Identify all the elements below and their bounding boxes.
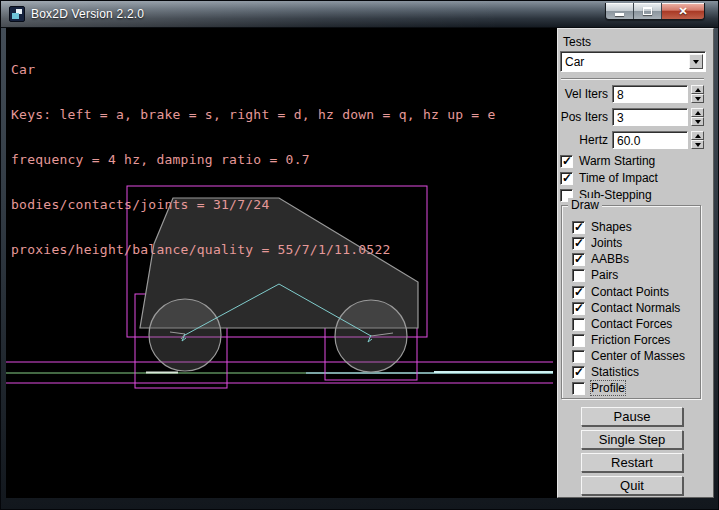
pause-button[interactable]: Pause [581,407,683,426]
arrow-down-icon [695,120,701,124]
friction-forces-checkbox[interactable] [572,334,585,347]
profile-label: Profile [591,381,625,395]
aabbs-checkbox-row[interactable]: AABBs [572,252,629,266]
pos-iters-spinner [691,108,704,126]
caption-buttons: ✕ [605,3,705,20]
arrow-down-icon [695,97,701,101]
time-of-impact-checkbox-row[interactable]: Time of Impact [560,171,658,185]
hertz-row: Hertz 60.0 [558,131,704,149]
hertz-field[interactable]: 60.0 [612,131,688,149]
minimize-icon [615,13,624,16]
maximize-button[interactable] [634,3,662,19]
button-stack: Pause Single Step Restart Quit [581,407,683,499]
profile-checkbox[interactable] [572,382,585,395]
statistics-checkbox[interactable] [572,366,585,379]
stats-line: Keys: left = a, brake = s, right = d, hz… [11,107,496,122]
titlebar[interactable]: Box2D Version 2.2.0 ✕ [1,1,718,28]
stats-line: proxies/height/balance/quality = 55/7/1/… [11,242,496,257]
quit-button[interactable]: Quit [581,476,683,495]
pos-iters-field[interactable]: 3 [612,108,688,126]
stats-line: Car [11,62,496,77]
joints-checkbox[interactable] [572,237,585,250]
arrow-up-icon [695,88,701,92]
spinner-up-button[interactable] [691,108,704,117]
client-area: Car Keys: left = a, brake = s, right = d… [6,28,714,498]
draw-group: Draw Shapes Joints AABBs Pairs [561,205,701,399]
vel-iters-label: Vel Iters [558,87,612,101]
arrow-up-icon [695,134,701,138]
chevron-down-icon [693,60,699,64]
spinner-down-button[interactable] [691,94,704,103]
stats-line: frequency = 4 hz, damping ratio = 0.7 [11,152,496,167]
simulation-canvas[interactable]: Car Keys: left = a, brake = s, right = d… [6,28,553,498]
contact-points-checkbox-row[interactable]: Contact Points [572,285,669,299]
arrow-up-icon [695,111,701,115]
aabbs-checkbox[interactable] [572,253,585,266]
warm-starting-checkbox[interactable] [560,155,573,168]
shapes-checkbox-row[interactable]: Shapes [572,220,632,234]
tests-dropdown-value: Car [561,55,689,69]
separator [561,78,704,80]
statistics-checkbox-row[interactable]: Statistics [572,365,639,379]
close-button[interactable]: ✕ [662,3,704,19]
contact-forces-label: Contact Forces [591,317,672,331]
contact-points-checkbox[interactable] [572,286,585,299]
hertz-label: Hertz [558,133,612,147]
app-icon-detail [12,13,19,19]
window-title: Box2D Version 2.2.0 [31,7,144,21]
close-icon: ✕ [678,3,687,19]
arrow-down-icon [695,143,701,147]
pairs-label: Pairs [591,268,618,282]
time-of-impact-checkbox[interactable] [560,172,573,185]
aabbs-label: AABBs [591,252,629,266]
contact-forces-checkbox-row[interactable]: Contact Forces [572,317,672,331]
tests-dropdown[interactable]: Car [560,51,706,72]
center-of-masses-checkbox-row[interactable]: Center of Masses [572,349,685,363]
pairs-checkbox[interactable] [572,269,585,282]
hertz-spinner [691,131,704,149]
contact-forces-checkbox[interactable] [572,318,585,331]
vel-iters-field[interactable]: 8 [612,85,688,103]
time-of-impact-label: Time of Impact [579,171,658,185]
profile-checkbox-row[interactable]: Profile [572,381,625,395]
contact-normals-checkbox-row[interactable]: Contact Normals [572,301,680,315]
maximize-icon [643,7,652,15]
pos-iters-row: Pos Iters 3 [558,108,704,126]
center-of-masses-label: Center of Masses [591,349,685,363]
statistics-text: Car Keys: left = a, brake = s, right = d… [11,32,496,287]
single-step-button[interactable]: Single Step [581,430,683,449]
friction-forces-label: Friction Forces [591,333,670,347]
tests-dropdown-button[interactable] [689,54,703,69]
joints-label: Joints [591,236,622,250]
friction-forces-checkbox-row[interactable]: Friction Forces [572,333,670,347]
spinner-down-button[interactable] [691,140,704,149]
control-panel: Tests Car Vel Iters 8 Pos Iters 3 [557,28,714,498]
center-of-masses-checkbox[interactable] [572,350,585,363]
shapes-checkbox[interactable] [572,221,585,234]
pos-iters-label: Pos Iters [558,110,612,124]
contact-normals-label: Contact Normals [591,301,680,315]
joints-checkbox-row[interactable]: Joints [572,236,622,250]
tests-label: Tests [563,35,591,49]
statistics-label: Statistics [591,365,639,379]
pairs-checkbox-row[interactable]: Pairs [572,268,618,282]
spinner-down-button[interactable] [691,117,704,126]
contact-points-label: Contact Points [591,285,669,299]
warm-starting-checkbox-row[interactable]: Warm Starting [560,154,655,168]
vel-iters-row: Vel Iters 8 [558,85,704,103]
minimize-button[interactable] [606,3,634,19]
shapes-label: Shapes [591,220,632,234]
vel-iters-spinner [691,85,704,103]
stats-line: bodies/contacts/joints = 31/7/24 [11,197,496,212]
warm-starting-label: Warm Starting [579,154,655,168]
draw-group-label: Draw [568,198,602,212]
app-icon [9,6,25,22]
app-window: Box2D Version 2.2.0 ✕ [0,0,719,510]
contact-normals-checkbox[interactable] [572,302,585,315]
restart-button[interactable]: Restart [581,453,683,472]
spinner-up-button[interactable] [691,85,704,94]
spinner-up-button[interactable] [691,131,704,140]
